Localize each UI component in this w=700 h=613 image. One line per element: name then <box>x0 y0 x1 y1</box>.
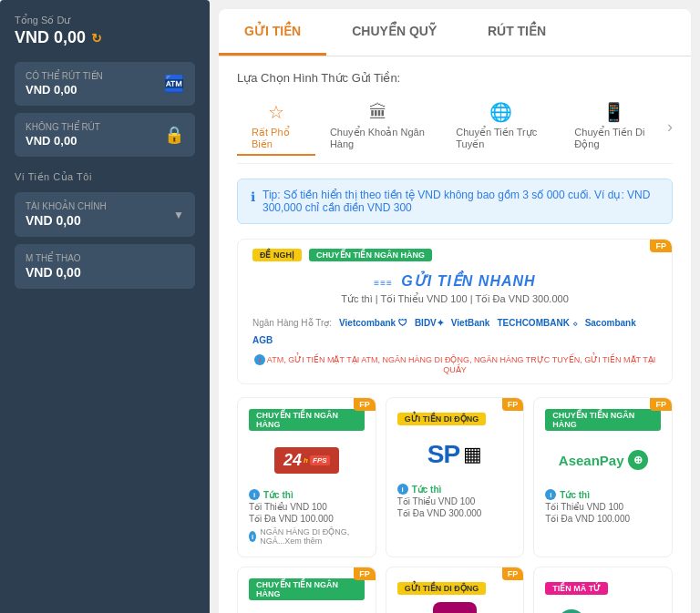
method-tab-chuyen-khoan-label: Chuyển Khoản Ngân Hàng <box>330 127 427 149</box>
card-24h-toi-da: Tối Đa VND 100.000 <box>249 514 365 524</box>
refresh-icon[interactable]: ↻ <box>91 31 102 46</box>
vi-tien-title: Ví Tiền Của Tôi <box>15 171 195 183</box>
tab-rut-tien[interactable]: RÚT TIỀN <box>462 9 571 56</box>
tai-khoan-chinh-label: TÀI KHOẢN CHÍNH <box>26 201 107 211</box>
card-aseanpay-toi-thieu: Tối Thiểu VND 100 <box>545 502 661 512</box>
tab-chuyen-quy[interactable]: CHUYỂN QUỸ <box>326 9 462 56</box>
khong-the-rut-card: KHÔNG THỂ RÚT VND 0,00 🔒 <box>15 113 195 157</box>
logo-momo-svg: mo mo <box>433 602 477 613</box>
main-panel: GỬI TIỀN CHUYỂN QUỸ RÚT TIỀN Lựa Chọn Hì… <box>219 9 691 613</box>
balance-value: VND 0,00 <box>15 28 86 47</box>
logo-sp-text: SP <box>427 440 459 469</box>
wallet-icon: 🏧 <box>164 74 184 94</box>
bank-bidv: BIDV✦ <box>415 318 444 328</box>
section-title: Lựa Chọn Hình Thức Gửi Tiền: <box>237 71 673 85</box>
logo-24h-sub: FPS <box>310 455 330 465</box>
sidebar-balance: VND 0,00 ↻ <box>15 28 195 47</box>
card-24h-logo: 24h FPS <box>249 438 365 482</box>
card-24h-note-text: NGÂN HÀNG DI ĐỘNG, NGÂ...Xem thêm <box>260 527 365 546</box>
mobile-icon: 📱 <box>602 101 625 123</box>
featured-banks: Ngân Hàng Hỗ Trợ: Vietcombank 🛡 BIDV✦ Vi… <box>238 312 672 351</box>
info-tip-text: Tip: Số tiền hiển thị theo tiền tệ VND k… <box>262 189 659 214</box>
m-the-thao-label: M THỂ THAO <box>26 253 81 263</box>
method-tabs-arrow-icon[interactable]: › <box>667 117 673 137</box>
featured-fp-badge: FP <box>650 240 672 252</box>
card-momo-logo: mo mo <box>397 602 513 613</box>
card-24h-info-icon: i <box>249 489 260 500</box>
card-sp-info-icon: i <box>397 484 408 495</box>
content-area: Lựa Chọn Hình Thức Gửi Tiền: ☆ Rất Phổ B… <box>219 56 691 613</box>
card-24h-tag: CHUYỂN TIỀN NGÂN HÀNG <box>249 409 365 431</box>
co-the-rut-card: CÓ THỂ RÚT TIỀN VND 0,00 🏧 <box>15 62 195 106</box>
featured-footer: i ATM, GỬI TIỀN MẶT TẠI ATM, NGÂN HÀNG D… <box>238 351 672 383</box>
card-sp-toi-thieu: Tối Thiểu VND 100 <box>397 496 513 506</box>
card-sp-tuc-thi-text: Tức thì <box>412 485 442 495</box>
card-24h-note-icon: i <box>249 531 256 542</box>
vi-tien-section: Ví Tiền Của Tôi TÀI KHOẢN CHÍNH VND 0,00… <box>15 171 195 289</box>
tai-khoan-chinh-info: TÀI KHOẢN CHÍNH VND 0,00 <box>26 201 107 228</box>
aseanpay-label: AseanPay <box>559 453 624 468</box>
payment-cards-grid: FP CHUYỂN TIỀN NGÂN HÀNG 24h FPS i Tức t… <box>237 397 673 613</box>
card-seapay-logo: S SEAPAY <box>249 608 365 613</box>
main-tabs: GỬI TIỀN CHUYỂN QUỸ RÚT TIỀN <box>219 9 691 56</box>
featured-payment-card[interactable]: FP ĐỀ NGHỊ CHUYỂN TIỀN NGÂN HÀNG GỬI TIỀ… <box>237 239 673 384</box>
card-sp-fp-badge: FP <box>502 398 524 411</box>
main-content: GỬI TIỀN CHUYỂN QUỸ RÚT TIỀN Lựa Chọn Hì… <box>210 0 700 613</box>
method-tab-di-dong[interactable]: 📱 Chuyển Tiền Di Động <box>560 97 667 156</box>
card-sp-toi-da: Tối Đa VND 300.000 <box>397 508 513 518</box>
payment-card-momo[interactable]: FP GỬI TIỀN DI ĐỘNG mo mo i Tức thì <box>386 567 525 613</box>
featured-badge-de-nghi: ĐỀ NGHỊ <box>252 249 302 261</box>
featured-footer-info-icon: i <box>254 354 265 365</box>
payment-card-sp[interactable]: FP GỬI TIỀN DI ĐỘNG SP ▦ i Tức thì Tối T… <box>386 397 525 557</box>
logo-tether-container: ₮ tether <box>557 609 649 613</box>
khong-the-rut-value: VND 0,00 <box>26 134 100 148</box>
card-24h-fp-badge: FP <box>354 398 376 411</box>
card-sp-logo: SP ▦ <box>397 433 513 476</box>
bank-sacombank: Sacombank <box>585 318 636 328</box>
card-aseanpay-toi-da: Tối Đa VND 100.000 <box>545 514 661 524</box>
card-aseanpay-info-icon: i <box>545 489 556 500</box>
card-24h-toi-thieu: Tối Thiểu VND 100 <box>249 502 365 512</box>
card-tether-tag: TIỀN MÃ TỬ <box>545 582 608 595</box>
payment-card-seapay[interactable]: FP CHUYỂN TIỀN NGÂN HÀNG S SEAPAY i Tức … <box>237 567 376 613</box>
card-aseanpay-tag: CHUYỂN TIỀN NGÂN HÀNG <box>545 409 661 431</box>
qr-icon: ▦ <box>463 443 482 466</box>
featured-title-text: GỬI TIỀN NHANH <box>401 273 535 289</box>
card-aseanpay-fp-badge: FP <box>650 398 672 411</box>
method-tab-truc-tuyen-label: Chuyển Tiền Trực Tuyến <box>456 127 545 150</box>
method-tab-chuyen-khoan[interactable]: 🏛 Chuyển Khoản Ngân Hàng <box>315 98 441 155</box>
m-the-thao-value: VND 0,00 <box>26 265 81 280</box>
payment-card-aseanpay[interactable]: FP CHUYỂN TIỀN NGÂN HÀNG AseanPay ⊕ i Tứ… <box>533 397 673 557</box>
card-momo-fp-badge: FP <box>502 567 524 580</box>
card-momo-tag: GỬI TIỀN DI ĐỘNG <box>397 582 487 595</box>
m-the-thao-item: M THỂ THAO VND 0,00 <box>15 244 195 289</box>
payment-card-tether[interactable]: TIỀN MÃ TỬ ₮ tether <box>533 567 673 613</box>
payment-card-24h[interactable]: FP CHUYỂN TIỀN NGÂN HÀNG 24h FPS i Tức t… <box>237 397 376 557</box>
card-seapay-tag: CHUYỂN TIỀN NGÂN HÀNG <box>249 578 365 600</box>
featured-footer-text: ATM, GỬI TIỀN MẶT TẠI ATM, NGÂN HÀNG DI … <box>267 355 655 375</box>
co-the-rut-info: CÓ THỂ RÚT TIỀN VND 0,00 <box>26 71 103 97</box>
card-seapay-fp-badge: FP <box>354 567 376 580</box>
co-the-rut-label: CÓ THỂ RÚT TIỀN <box>26 71 103 81</box>
featured-subtitle: Tức thì | Tối Thiểu VND 100 | Tối Đa VND… <box>238 293 672 305</box>
bank-vietbank: VietBank <box>451 318 490 328</box>
tab-gui-tien[interactable]: GỬI TIỀN <box>219 9 326 56</box>
khong-the-rut-info: KHÔNG THỂ RÚT VND 0,00 <box>26 122 100 148</box>
bank-techcombank: TECHCOMBANK ⬦ <box>497 318 577 328</box>
method-tab-di-dong-label: Chuyển Tiền Di Động <box>574 127 653 150</box>
tether-circle-icon: ₮ <box>557 609 586 613</box>
tai-khoan-chinh-item[interactable]: TÀI KHOẢN CHÍNH VND 0,00 ▼ <box>15 192 195 237</box>
tai-khoan-chinh-value: VND 0,00 <box>26 213 107 228</box>
sidebar: Tổng Số Dư VND 0,00 ↻ CÓ THỂ RÚT TIỀN VN… <box>0 0 210 613</box>
lock-icon: 🔒 <box>164 125 184 145</box>
app-container: Tổng Số Dư VND 0,00 ↻ CÓ THỂ RÚT TIỀN VN… <box>0 0 700 613</box>
m-the-thao-info: M THỂ THAO VND 0,00 <box>26 253 81 280</box>
star-icon: ☆ <box>268 101 284 123</box>
card-sp-tuc-thi: i Tức thì <box>397 484 513 495</box>
method-tab-truc-tuyen[interactable]: 🌐 Chuyển Tiền Trực Tuyến <box>441 97 560 156</box>
aseanpay-icon: ⊕ <box>628 450 648 470</box>
info-tip-box: ℹ Tip: Số tiền hiển thị theo tiền tệ VND… <box>237 179 673 224</box>
method-tab-rat-pho-bien[interactable]: ☆ Rất Phổ Biến <box>237 97 315 156</box>
method-tabs: ☆ Rất Phổ Biến 🏛 Chuyển Khoản Ngân Hàng … <box>237 97 673 164</box>
card-aseanpay-tuc-thi-text: Tức thì <box>560 490 590 500</box>
